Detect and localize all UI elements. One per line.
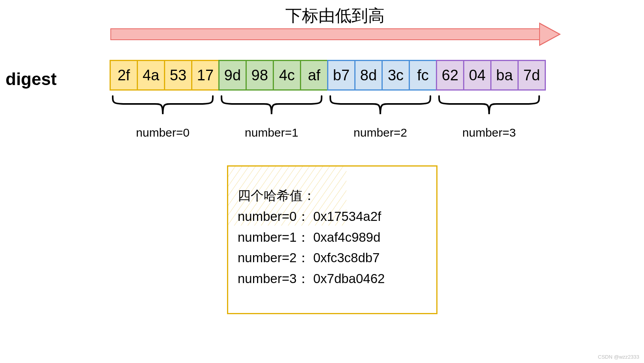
group-brace-icon — [327, 94, 434, 118]
group-brace-icon — [436, 94, 542, 118]
byte-cell: 62 — [436, 60, 464, 91]
arrow-shaft — [110, 28, 540, 40]
index-arrow — [110, 24, 562, 45]
arrow-head-icon — [539, 22, 561, 46]
byte-cell: 9d — [218, 60, 247, 91]
byte-cell: 4a — [137, 60, 165, 91]
hash-line: number=2： 0xfc3c8db7 — [238, 248, 427, 269]
byte-cell: ba — [490, 60, 519, 91]
hash-line: number=3： 0x7dba0462 — [238, 269, 427, 289]
digest-bytes-row: 2f4a53179d984cafb78d3cfc6204ba7d — [110, 60, 546, 91]
hash-line: number=1： 0xaf4c989d — [238, 227, 427, 248]
watermark: CSDN @wzz2333 — [598, 354, 639, 360]
digest-label: digest — [6, 69, 57, 89]
byte-cell: 04 — [463, 60, 491, 91]
hashbox-lines: number=0： 0x17534a2fnumber=1： 0xaf4c989d… — [238, 206, 427, 289]
hash-line: number=0： 0x17534a2f — [238, 206, 427, 227]
byte-cell: fc — [409, 60, 437, 91]
byte-cell: 3c — [382, 60, 410, 91]
byte-cell: af — [300, 60, 328, 91]
group-brace-icon — [110, 94, 216, 118]
group-label: number=2 — [327, 126, 434, 139]
byte-cell: 17 — [191, 60, 220, 91]
byte-cell: 2f — [110, 60, 138, 91]
group-label: number=1 — [218, 126, 325, 139]
hash-values-box: 四个哈希值： number=0： 0x17534a2fnumber=1： 0xa… — [227, 165, 437, 314]
group-label: number=3 — [436, 126, 542, 139]
group-label: number=0 — [110, 126, 216, 139]
byte-cell: 98 — [246, 60, 274, 91]
byte-cell: 8d — [354, 60, 383, 91]
hashbox-title: 四个哈希值： — [238, 185, 427, 206]
arrow-title: 下标由低到高 — [229, 5, 441, 27]
byte-cell: 4c — [273, 60, 301, 91]
byte-cell: b7 — [327, 60, 356, 91]
group-brace-icon — [218, 94, 325, 118]
byte-cell: 7d — [517, 60, 546, 91]
byte-cell: 53 — [164, 60, 192, 91]
